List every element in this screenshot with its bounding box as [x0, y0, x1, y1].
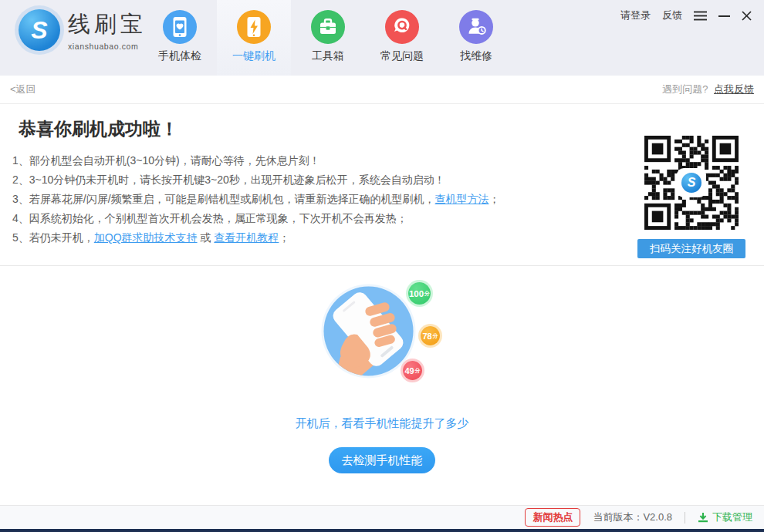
problem-hint-area: 遇到问题? 点我反馈 [662, 82, 754, 96]
score-badge-100: 100分 [408, 282, 431, 305]
nav-label: 常见问题 [380, 49, 424, 63]
nav-item-one-key-flash[interactable]: 一键刷机 [217, 0, 291, 76]
performance-prompt: 开机后，看看手机性能提升了多少 [0, 416, 764, 431]
nav-item-toolbox[interactable]: 工具箱 [291, 0, 365, 76]
brand-logo-icon: S [19, 9, 60, 51]
brand-text: 线刷宝 xianshuabao.com [68, 9, 147, 51]
feedback-link[interactable]: 反馈 [662, 8, 682, 22]
qr-center-logo: S [678, 170, 705, 196]
tip-line-3: 3、若屏幕花屏/闪屏/频繁重启，可能是刷错机型或刷机包，请重新选择正确的机型刷机… [12, 190, 630, 209]
brand-domain: xianshuabao.com [68, 42, 147, 51]
tip-line-5: 5、若仍未开机，加QQ群求助技术支持 或 查看开机教程； [12, 228, 630, 247]
qq-group-support-link[interactable]: 加QQ群求助技术支持 [94, 231, 198, 244]
brand-logo[interactable]: S 线刷宝 xianshuabao.com [19, 9, 147, 51]
login-link[interactable]: 请登录 [620, 8, 651, 22]
boot-tutorial-link[interactable]: 查看开机教程 [214, 231, 279, 244]
tip-line-4: 4、因系统初始化，个别机型首次开机会发热，属正常现象，下次开机不会再发热； [12, 209, 630, 228]
one-key-flash-icon [237, 10, 271, 44]
check-performance-button[interactable]: 去检测手机性能 [329, 447, 435, 473]
performance-section: 100分 78分 49分 开机后，看看手机性能提升了多少 去检测手机性能 [0, 266, 764, 505]
qr-caption-banner: 扫码关注好机友圈 [637, 239, 745, 258]
nav-label: 找维修 [460, 49, 492, 63]
check-model-method-link[interactable]: 查机型方法 [435, 193, 489, 205]
score-badge-49: 49分 [403, 361, 422, 380]
tip-line-1: 1、部分机型会自动开机(3~10分钟)，请耐心等待，先休息片刻！ [12, 151, 630, 170]
version-label: 当前版本：V2.0.8 [593, 510, 672, 524]
brand-name: 线刷宝 [68, 9, 147, 40]
problem-hint: 遇到问题? [662, 83, 708, 95]
flash-success-section: 恭喜你刷机成功啦！ 1、部分机型会自动开机(3~10分钟)，请耐心等待，先休息片… [0, 104, 764, 266]
nav-label: 工具箱 [312, 49, 344, 63]
nav-label: 一键刷机 [232, 49, 276, 63]
score-badge-78: 78分 [421, 326, 440, 345]
window-controls: 请登录 反馈 [620, 8, 752, 22]
subheader-bar: <返回 遇到问题? 点我反馈 [0, 76, 764, 104]
download-manager-button[interactable]: 下载管理 [698, 510, 752, 524]
nav-item-find-repair[interactable]: 找维修 [439, 0, 513, 76]
app-window: S 线刷宝 xianshuabao.com 手机体检 [0, 0, 764, 532]
minimize-button[interactable] [718, 11, 730, 21]
download-label: 下载管理 [712, 510, 752, 524]
main-nav: 手机体检 一键刷机 [143, 0, 513, 76]
close-button[interactable] [742, 11, 752, 21]
nav-label: 手机体检 [158, 49, 201, 63]
qr-block: S 扫码关注好机友圈 [637, 136, 745, 258]
footer-bar: 新闻热点 当前版本：V2.0.8 下载管理 [0, 505, 764, 529]
footer-divider [685, 512, 685, 524]
nav-item-faq[interactable]: 常见问题 [365, 0, 439, 76]
toolbox-icon [311, 10, 345, 44]
faq-icon [385, 10, 419, 44]
phone-health-icon [163, 10, 197, 44]
tip-line-2: 2、3~10分钟仍未开机时，请长按开机键3~20秒，出现开机迹象后松开，系统会自… [12, 170, 630, 190]
download-icon [698, 512, 708, 523]
menu-icon[interactable] [694, 11, 707, 21]
qr-code: S [644, 136, 739, 230]
phone-hand-illustration [320, 283, 417, 379]
repair-icon [459, 10, 493, 44]
app-header: S 线刷宝 xianshuabao.com 手机体检 [0, 0, 764, 76]
back-link[interactable]: <返回 [10, 82, 36, 96]
news-hotspot-button[interactable]: 新闻热点 [525, 508, 580, 527]
success-tips: 1、部分机型会自动开机(3~10分钟)，请耐心等待，先休息片刻！ 2、3~10分… [12, 151, 630, 247]
nav-item-phone-checkup[interactable]: 手机体检 [143, 0, 217, 76]
performance-illustration-area: 100分 78分 49分 [0, 278, 764, 406]
bottom-accent-strip [0, 529, 764, 532]
feedback-me-link[interactable]: 点我反馈 [714, 83, 754, 95]
